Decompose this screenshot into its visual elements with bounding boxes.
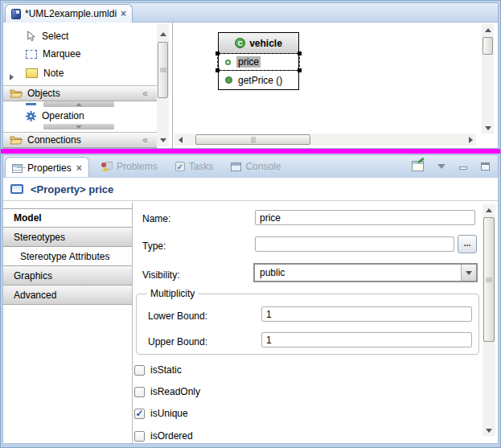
pin-view-icon[interactable] bbox=[412, 161, 424, 171]
palette-drawer-objects[interactable]: Objects « bbox=[3, 85, 157, 101]
magenta-divider bbox=[1, 149, 500, 154]
type-browse-button[interactable]: ... bbox=[458, 235, 477, 253]
scroll-left-icon[interactable] bbox=[175, 134, 186, 146]
checkbox-label: isOrdered bbox=[150, 430, 193, 442]
attribute-icon bbox=[225, 60, 231, 65]
palette-tool-label: Marquee bbox=[43, 48, 80, 60]
name-input[interactable] bbox=[255, 210, 475, 225]
palette-scroll-up[interactable] bbox=[43, 101, 114, 107]
uml-operation-row-getprice[interactable]: getPrice () bbox=[219, 71, 298, 89]
side-tab-stereotype-attributes[interactable]: Stereotype Attributes bbox=[3, 247, 132, 266]
checkbox-isunique[interactable]: isUnique bbox=[134, 408, 188, 419]
class-name: vehicle bbox=[249, 38, 282, 49]
scrollbar-thumb[interactable] bbox=[483, 37, 493, 55]
scroll-up-icon[interactable] bbox=[482, 24, 494, 35]
checkbox-isordered[interactable]: isOrdered bbox=[134, 430, 193, 442]
editor-area: *UML2example.umldi × Select Marquee bbox=[2, 2, 499, 149]
inactive-tabs: Problems ✓ Tasks Console bbox=[101, 155, 281, 178]
scroll-down-icon[interactable] bbox=[157, 134, 169, 146]
view-toolbar bbox=[412, 161, 490, 171]
palette-tool-label: Note bbox=[43, 68, 64, 79]
checkbox-icon[interactable] bbox=[134, 409, 145, 419]
checkbox-isstatic[interactable]: isStatic bbox=[134, 364, 182, 376]
side-tab-graphics[interactable]: Graphics bbox=[3, 266, 132, 286]
uml-class-vehicle[interactable]: C vehicle price getPrice () bbox=[218, 32, 299, 90]
scroll-up-icon[interactable] bbox=[483, 204, 495, 216]
gear-icon bbox=[26, 111, 36, 121]
palette-scroll-down[interactable] bbox=[43, 124, 114, 129]
drawer-pin-icon[interactable]: « bbox=[142, 136, 147, 144]
palette-tool-select[interactable]: Select bbox=[3, 28, 157, 44]
scroll-down-icon[interactable] bbox=[483, 425, 495, 436]
checkbox-icon[interactable] bbox=[134, 387, 145, 397]
uml-attribute-row-price[interactable]: price bbox=[219, 54, 298, 71]
objects-folder-icon bbox=[10, 88, 23, 98]
palette-scrollbar[interactable] bbox=[157, 24, 169, 146]
uml-class-header[interactable]: C vehicle bbox=[219, 33, 298, 54]
palette-tool-label: Select bbox=[42, 31, 68, 42]
scroll-down-icon[interactable] bbox=[482, 122, 494, 134]
checkbox-isreadonly[interactable]: isReadOnly bbox=[134, 386, 200, 397]
checkbox-label: isUnique bbox=[150, 408, 188, 419]
checkbox-label: isStatic bbox=[150, 364, 182, 376]
scrollbar-thumb[interactable] bbox=[195, 134, 310, 145]
maximize-icon[interactable] bbox=[481, 162, 490, 171]
scrollbar-thumb[interactable] bbox=[158, 42, 168, 98]
tab-label: Properties bbox=[27, 162, 72, 174]
type-label: Type: bbox=[142, 240, 166, 252]
palette-drawer-connections[interactable]: Connections « bbox=[3, 132, 157, 148]
tab-label: Tasks bbox=[189, 161, 214, 172]
tab-problems[interactable]: Problems bbox=[101, 161, 158, 172]
scroll-up-icon[interactable] bbox=[157, 28, 169, 39]
name-label: Name: bbox=[142, 213, 170, 224]
visibility-combo[interactable]: public bbox=[253, 263, 478, 282]
tab-console[interactable]: Console bbox=[231, 161, 281, 172]
drawer-pin-icon[interactable]: « bbox=[142, 89, 147, 97]
visibility-value: public bbox=[255, 267, 461, 278]
side-tab-advanced[interactable]: Advanced bbox=[3, 286, 132, 305]
property-form: Name: Type: ... Visibility: public Multi… bbox=[133, 202, 480, 443]
side-tabs: Model Stereotypes Stereotype Attributes … bbox=[3, 208, 132, 305]
diagram-canvas[interactable]: C vehicle price getPrice () bbox=[172, 23, 498, 148]
tab-label: Console bbox=[245, 161, 281, 172]
palette-tool-note[interactable]: Note bbox=[3, 65, 157, 81]
drawer-label: Objects bbox=[27, 88, 60, 99]
palette: Select Marquee Note Objects bbox=[3, 23, 157, 148]
selection-handle[interactable] bbox=[216, 51, 220, 55]
properties-title-bar: <Property> price bbox=[3, 178, 498, 201]
checkbox-icon[interactable] bbox=[134, 431, 145, 442]
model-file-icon bbox=[11, 9, 21, 19]
type-input[interactable] bbox=[255, 236, 454, 252]
upper-bound-input[interactable] bbox=[261, 332, 472, 347]
selection-handle[interactable] bbox=[216, 68, 220, 72]
attribute-name-selected[interactable]: price bbox=[236, 56, 261, 68]
close-icon[interactable]: × bbox=[121, 9, 126, 18]
palette-item-label: Operation bbox=[42, 110, 84, 121]
scrollbar-thumb[interactable] bbox=[483, 217, 495, 342]
editor-tab-uml2example[interactable]: *UML2example.umldi × bbox=[5, 4, 133, 23]
canvas-horizontal-scrollbar[interactable] bbox=[175, 134, 476, 146]
editor-tab-bar: *UML2example.umldi × bbox=[3, 3, 498, 23]
properties-panel: <Property> price Model Stereotypes Stere… bbox=[2, 177, 499, 444]
checkbox-icon[interactable] bbox=[134, 365, 145, 376]
canvas-vertical-scrollbar[interactable] bbox=[482, 24, 494, 134]
palette-tool-marquee[interactable]: Marquee bbox=[3, 46, 157, 62]
property-title-icon bbox=[10, 184, 23, 194]
properties-scrollbar[interactable] bbox=[483, 204, 495, 436]
view-menu-icon[interactable] bbox=[437, 164, 446, 169]
minimize-icon[interactable] bbox=[459, 166, 467, 170]
multiplicity-legend: Multiplicity bbox=[147, 288, 198, 299]
note-icon bbox=[26, 68, 38, 78]
tab-properties[interactable]: Properties × bbox=[5, 157, 89, 179]
palette-item-operation[interactable]: Operation bbox=[3, 108, 157, 124]
combo-dropdown-button[interactable] bbox=[461, 265, 476, 281]
close-icon[interactable]: × bbox=[76, 163, 82, 173]
scroll-right-icon[interactable] bbox=[465, 134, 476, 146]
selection-handle[interactable] bbox=[298, 51, 302, 55]
lower-bound-input[interactable] bbox=[261, 306, 472, 322]
side-tab-model[interactable]: Model bbox=[3, 208, 132, 228]
properties-title: <Property> price bbox=[31, 183, 113, 195]
tab-tasks[interactable]: ✓ Tasks bbox=[175, 161, 214, 172]
selection-handle[interactable] bbox=[298, 68, 302, 72]
side-tab-stereotypes[interactable]: Stereotypes bbox=[3, 228, 132, 247]
